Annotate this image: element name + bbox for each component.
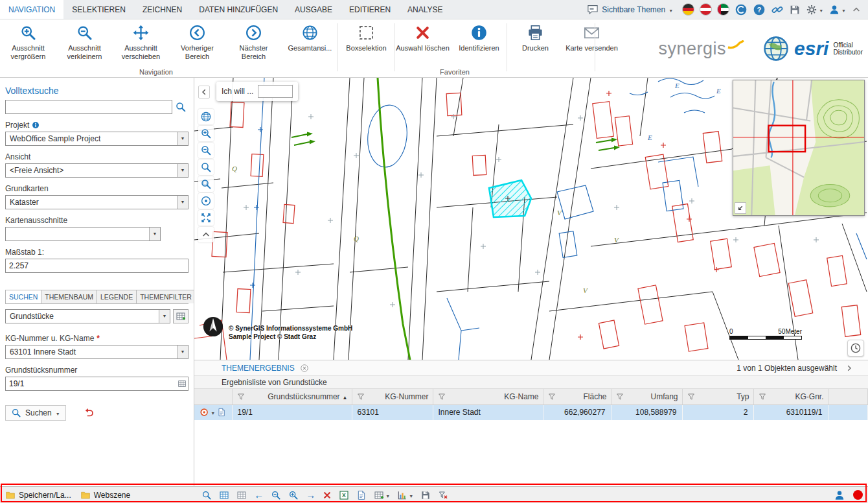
search-button-label: Suchen (25, 408, 52, 417)
ribbon-clear-selection-button[interactable]: Auswahl löschen (394, 19, 451, 73)
map-zoom-in-button[interactable] (198, 126, 214, 141)
table-view-icon[interactable] (236, 490, 247, 500)
tab-themenfilter[interactable]: THEMENFILTER (136, 290, 194, 303)
ribbon-separator (337, 23, 338, 71)
ribbon-zoom-in-button[interactable]: Ausschnitt vergrößern (0, 19, 56, 73)
filter-icon[interactable] (687, 392, 696, 401)
search-theme-select[interactable]: Grundstücke (5, 309, 170, 323)
time-slider-button[interactable] (847, 340, 864, 357)
zoom-in-icon (200, 128, 212, 139)
settings-button[interactable] (806, 4, 823, 16)
filter-icon[interactable] (758, 392, 767, 401)
ribbon-previous-extent-button[interactable]: Vorheriger Bereich (169, 19, 225, 73)
ribbon-zoom-out-button[interactable]: Ausschnitt verkleinern (56, 19, 113, 73)
user-session-icon[interactable] (834, 489, 845, 501)
reset-form-icon[interactable] (83, 407, 95, 419)
view-select[interactable]: <Freie Ansicht> (5, 163, 188, 178)
ribbon-print-button[interactable]: Drucken (507, 19, 564, 73)
table-row[interactable]: 19/1 63101 Innere Stadt 662,960277 108,5… (194, 404, 868, 420)
collapse-ribbon-icon[interactable] (851, 5, 862, 15)
flag-uae-icon[interactable] (717, 3, 729, 16)
selected-parcel[interactable] (489, 180, 531, 217)
copy-search-button[interactable] (173, 309, 188, 323)
remove-filter-icon[interactable] (438, 490, 448, 500)
ribbon-next-extent-button[interactable]: Nächster Bereich (225, 19, 282, 73)
ribbon-full-extent-button[interactable]: Gesamtansi... (282, 19, 338, 73)
save-load-button[interactable]: Speichern/La... (5, 490, 71, 500)
ribbon-pan-button[interactable]: Ausschnitt verschieben (113, 19, 169, 73)
tab-ausgabe[interactable]: AUSGABE (286, 0, 341, 19)
report-icon[interactable] (356, 490, 367, 500)
required-marker: * (97, 334, 100, 343)
basemap-select[interactable]: Kataster (5, 195, 188, 209)
info-icon[interactable] (32, 121, 40, 129)
kg-select[interactable]: 63101 Innere Stadt (5, 345, 188, 359)
tab-zeichnen[interactable]: ZEICHNEN (134, 0, 190, 19)
ich-will-input[interactable] (258, 85, 293, 98)
add-to-table-button[interactable] (374, 490, 390, 500)
globe-icon[interactable] (735, 3, 748, 16)
map-canvas[interactable]: E E E V V V Q Q Ich will ... (194, 78, 868, 360)
webscene-button[interactable]: Webszene (80, 490, 130, 500)
filter-icon[interactable] (236, 392, 246, 401)
previous-record-icon[interactable] (254, 490, 264, 500)
project-select[interactable]: WebOffice Sample Project (5, 132, 188, 146)
tab-daten-hinzufuegen[interactable]: DATEN HINZUFÜGEN (190, 0, 286, 19)
zoom-to-feature-icon[interactable] (200, 407, 209, 417)
map-full-extent-button[interactable] (198, 210, 214, 226)
map-zoom-out-button[interactable] (198, 143, 214, 158)
excel-export-icon[interactable] (339, 490, 349, 500)
search-button[interactable]: Suchen (5, 405, 66, 421)
attribute-table-icon[interactable] (219, 490, 229, 500)
fulltext-search-input[interactable] (5, 100, 172, 114)
tab-legende[interactable]: LEGENDE (97, 290, 137, 303)
parcel-number-input[interactable] (5, 377, 188, 391)
help-icon[interactable] (753, 3, 766, 16)
clear-results-icon[interactable] (323, 491, 332, 500)
filter-icon[interactable] (437, 392, 446, 401)
tab-analyse[interactable]: ANALYSE (399, 0, 451, 19)
zoom-out-icon[interactable] (271, 490, 281, 500)
chevron-down-icon[interactable] (211, 408, 215, 417)
tab-suchen[interactable]: SUCHEN (5, 290, 41, 303)
map-extent-select[interactable] (5, 227, 161, 241)
tab-themenbaum[interactable]: THEMENBAUM (41, 290, 97, 303)
map-globe-button[interactable] (198, 109, 214, 124)
value-list-icon[interactable] (177, 379, 187, 388)
map-center-button[interactable] (198, 193, 214, 209)
filter-icon[interactable] (547, 392, 556, 401)
filter-icon[interactable] (615, 392, 624, 401)
link-icon[interactable] (771, 3, 784, 16)
filter-icon[interactable] (356, 392, 365, 401)
ribbon-send-map-button[interactable]: Karte versenden (564, 19, 620, 73)
map-zoom-box-button[interactable] (198, 176, 214, 192)
flag-austria-icon[interactable] (700, 3, 712, 16)
user-button[interactable] (828, 4, 846, 16)
detail-page-icon[interactable] (217, 407, 226, 417)
collapse-sidebar-button[interactable] (198, 86, 210, 99)
save-icon[interactable] (789, 4, 801, 16)
sort-asc-icon[interactable] (343, 392, 348, 401)
ich-will-widget[interactable]: Ich will ... (216, 82, 298, 101)
results-tab[interactable]: THEMENERGEBNIS (222, 364, 295, 373)
tab-navigation[interactable]: NAVIGATION (0, 0, 63, 19)
tab-editieren[interactable]: EDITIEREN (341, 0, 399, 19)
visible-themes-button[interactable]: Sichtbare Themen (587, 4, 673, 16)
next-record-icon[interactable] (306, 490, 315, 500)
chevron-right-icon[interactable] (845, 364, 854, 373)
zoom-in-icon[interactable] (288, 490, 299, 500)
map-toolbar-collapse-button[interactable] (198, 227, 214, 242)
tab-selektieren[interactable]: SELEKTIEREN (63, 0, 134, 19)
overview-collapse-button[interactable] (735, 202, 746, 214)
ribbon-identify-button[interactable]: Identifizieren (451, 19, 507, 73)
ribbon-box-selection-button[interactable]: Boxselektion (338, 19, 394, 73)
save-table-icon[interactable] (420, 490, 431, 500)
close-results-icon[interactable] (300, 364, 309, 373)
scale-input[interactable] (5, 259, 188, 273)
map-zoom-window-button[interactable] (198, 159, 214, 175)
flag-german-icon[interactable] (682, 3, 694, 16)
chart-button[interactable] (397, 490, 413, 500)
overview-map[interactable] (733, 80, 865, 216)
zoom-to-record-icon[interactable] (201, 490, 212, 500)
search-icon[interactable] (175, 101, 187, 113)
